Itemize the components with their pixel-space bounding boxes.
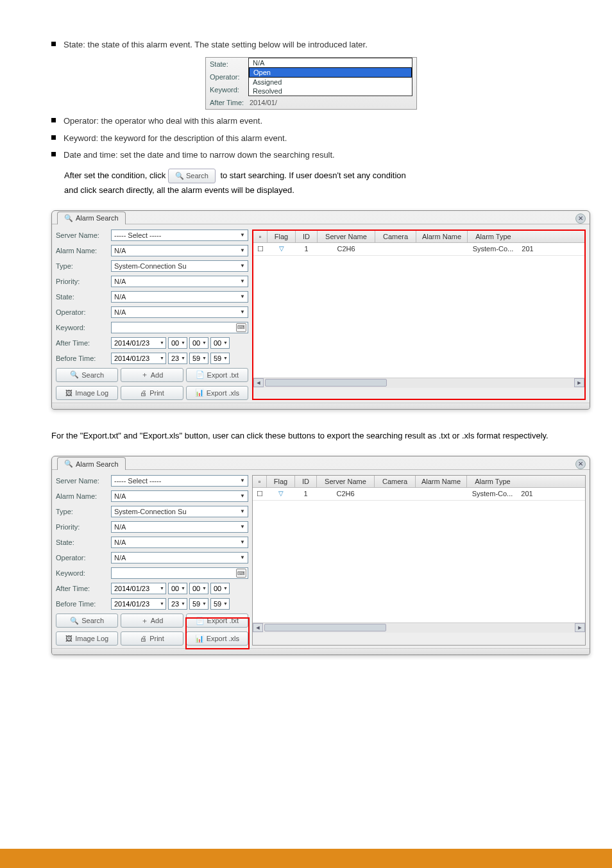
before-date[interactable]: 2014/01/23 [111, 353, 166, 364]
th-alarm-name[interactable]: Alarm Name [416, 231, 468, 242]
scroll-right-icon[interactable]: ► [574, 378, 584, 387]
type-select[interactable]: System-Connection Su [111, 260, 248, 272]
alarm-select[interactable]: N/A [111, 490, 248, 502]
bullet-keyword-text: Keyword: the keyword for the description… [64, 132, 287, 146]
table-row[interactable]: ☐ ▽ 1 C2H6 System-Co... 201 [253, 488, 585, 501]
cell-extra: 201 [519, 243, 537, 255]
th-alarm-type[interactable]: Alarm Type [468, 231, 519, 242]
bullet-icon [51, 135, 56, 140]
keyboard-icon[interactable]: ⌨ [236, 323, 246, 332]
horizontal-scrollbar[interactable]: ◄ ► [253, 622, 585, 633]
alarm-select[interactable]: N/A [111, 245, 248, 256]
before-hour[interactable]: 23 [168, 598, 187, 610]
add-button[interactable]: ＋Add [121, 368, 183, 382]
image-log-button[interactable]: 🖼Image Log [56, 386, 118, 400]
window-title: Alarm Search [76, 214, 119, 222]
export-txt-button[interactable]: 📄Export .txt [186, 613, 248, 628]
operator-select[interactable]: N/A [111, 306, 248, 318]
export-xls-button[interactable]: 📊Export .xls [186, 631, 248, 646]
print-button[interactable]: 🖨Print [121, 386, 183, 400]
th-flag[interactable]: Flag [268, 231, 296, 242]
th-checkbox[interactable]: ▫ [253, 231, 268, 242]
cell-server: C2H6 [318, 243, 375, 255]
scroll-thumb[interactable] [265, 379, 387, 387]
label-type: Type: [56, 262, 111, 270]
window-tab[interactable]: 🔍 Alarm Search [57, 212, 126, 224]
flag-icon: ▽ [268, 243, 296, 255]
alarm-search-window-1: 🔍 Alarm Search ✕ Server Name:----- Selec… [51, 210, 590, 410]
type-select[interactable]: System-Connection Su [111, 506, 248, 517]
th-camera[interactable]: Camera [375, 231, 416, 242]
before-min[interactable]: 59 [189, 598, 208, 610]
after-min[interactable]: 00 [189, 583, 208, 594]
xls-icon: 📊 [195, 388, 204, 397]
search-form: Server Name:----- Select ----- Alarm Nam… [56, 475, 248, 646]
before-sec[interactable]: 59 [210, 598, 230, 610]
before-date[interactable]: 2014/01/23 [111, 598, 166, 610]
label-before: Before Time: [56, 355, 111, 362]
horizontal-scrollbar[interactable]: ◄ ► [253, 378, 584, 388]
priority-select[interactable]: N/A [111, 276, 248, 287]
window-tab[interactable]: 🔍 Alarm Search [57, 457, 126, 470]
option-assigned[interactable]: Assigned [249, 78, 412, 87]
plus-icon: ＋ [141, 370, 148, 380]
after-min[interactable]: 00 [189, 337, 208, 349]
row-checkbox[interactable]: ☐ [253, 243, 268, 255]
cell-alarm-type: System-Co... [468, 243, 519, 255]
option-na[interactable]: N/A [249, 58, 412, 67]
label-after: After Time: [56, 339, 111, 347]
print-button[interactable]: 🖨Print [121, 631, 183, 646]
th-id[interactable]: ID [296, 231, 318, 242]
table-header: ▫ Flag ID Server Name Camera Alarm Name … [253, 231, 584, 243]
bullet-icon [51, 152, 56, 156]
sp-after-date: 2014/01/ [248, 99, 277, 106]
cell-id: 1 [296, 243, 318, 255]
state-options-list[interactable]: N/A Open Assigned Resolved [248, 58, 412, 96]
state-select[interactable]: N/A [111, 291, 248, 303]
cell-alarm-name [416, 243, 468, 255]
close-icon[interactable]: ✕ [575, 213, 586, 224]
after-date[interactable]: 2014/01/23 [111, 337, 166, 349]
after-hour[interactable]: 00 [168, 337, 187, 349]
image-log-button[interactable]: 🖼Image Log [56, 631, 118, 646]
operator-select[interactable]: N/A [111, 552, 248, 563]
option-open[interactable]: Open [249, 67, 412, 78]
flag-icon: ▽ [267, 488, 295, 500]
th-server[interactable]: Server Name [318, 231, 375, 242]
before-min[interactable]: 59 [189, 353, 208, 364]
option-resolved[interactable]: Resolved [249, 87, 412, 96]
sp-after-label: After Time: [210, 99, 248, 106]
state-select[interactable]: N/A [111, 537, 248, 548]
search-button[interactable]: 🔍Search [56, 368, 118, 382]
after-sec[interactable]: 00 [210, 337, 230, 349]
cell-camera [375, 243, 416, 255]
add-button[interactable]: ＋Add [121, 613, 183, 628]
state-dropdown-illustration: State: N/A Operator: N/A Open Assigned R… [205, 57, 417, 110]
window-title: Alarm Search [76, 460, 119, 468]
file-icon: 📄 [196, 371, 205, 379]
th-checkbox[interactable]: ▫ [253, 476, 267, 487]
before-sec[interactable]: 59 [210, 353, 230, 364]
search-button[interactable]: 🔍Search [56, 613, 118, 628]
footer-bar [0, 849, 612, 868]
keyboard-icon[interactable]: ⌨ [236, 569, 246, 578]
after-hour[interactable]: 00 [168, 583, 187, 594]
after-date[interactable]: 2014/01/23 [111, 583, 166, 594]
export-txt-button[interactable]: 📄Export .txt [186, 368, 248, 382]
before-hour[interactable]: 23 [168, 353, 187, 364]
label-priority: Priority: [56, 278, 111, 285]
export-xls-button[interactable]: 📊Export .xls [186, 386, 248, 400]
sp-operator-label: Operator: [210, 73, 248, 81]
close-icon[interactable]: ✕ [575, 459, 586, 469]
server-select[interactable]: ----- Select ----- [111, 230, 248, 241]
scroll-left-icon[interactable]: ◄ [253, 378, 264, 387]
priority-select[interactable]: N/A [111, 521, 248, 533]
table-row[interactable]: ☐ ▽ 1 C2H6 System-Co... 201 [253, 243, 584, 256]
results-table: ▫ Flag ID Server Name Camera Alarm Name … [252, 475, 586, 646]
keyword-input[interactable]: ⌨ [111, 322, 248, 333]
label-server: Server Name: [56, 231, 111, 239]
keyword-input[interactable]: ⌨ [111, 567, 248, 579]
sp-keyword-label: Keyword: [210, 86, 248, 94]
server-select[interactable]: ----- Select ----- [111, 475, 248, 487]
after-sec[interactable]: 00 [210, 583, 230, 594]
